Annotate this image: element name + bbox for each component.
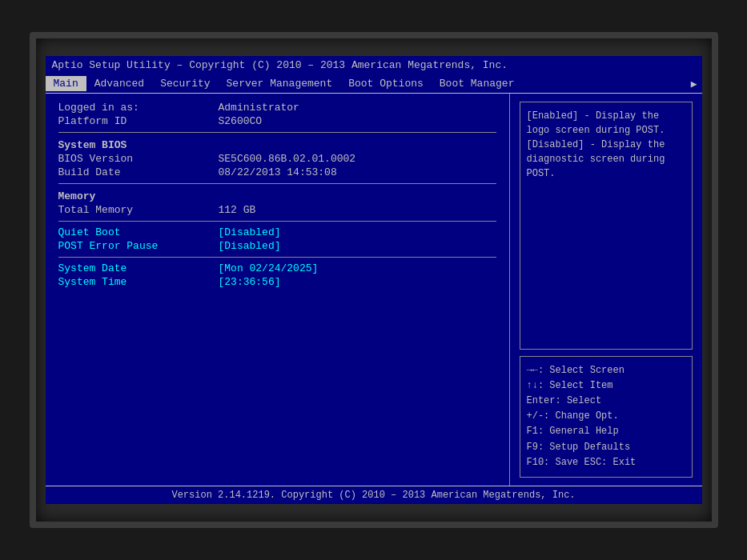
system-date-label: System Date [58, 262, 219, 274]
post-error-row[interactable]: POST Error Pause [Disabled] [58, 240, 496, 252]
build-date-value: 08/22/2013 14:53:08 [219, 166, 337, 178]
key-enter: Enter: Select [527, 394, 685, 409]
divider-2 [58, 183, 496, 184]
footer-bar: Version 2.14.1219. Copyright (C) 2010 – … [46, 486, 702, 504]
key-change-opt: +/-: Change Opt. [527, 409, 685, 424]
quiet-boot-label: Quiet Boot [58, 226, 219, 238]
total-memory-value: 112 GB [219, 204, 256, 216]
bios-version-row: BIOS Version SE5C600.86B.02.01.0002 [58, 153, 496, 165]
title-bar: Aptio Setup Utility – Copyright (C) 2010… [46, 56, 702, 74]
total-memory-label: Total Memory [58, 204, 219, 216]
key-general-help: F1: General Help [527, 424, 685, 439]
bios-version-value: SE5C600.86B.02.01.0002 [219, 153, 356, 165]
bios-version-label: BIOS Version [58, 153, 219, 165]
bios-screen: Aptio Setup Utility – Copyright (C) 2010… [46, 56, 702, 504]
keys-box: →←: Select Screen ↑↓: Select Item Enter:… [520, 356, 693, 478]
menu-arrow-icon: ▶ [691, 78, 702, 90]
logged-in-label: Logged in as: [58, 102, 219, 114]
system-time-row[interactable]: System Time [23:36:56] [58, 276, 496, 288]
quiet-boot-row[interactable]: Quiet Boot [Disabled] [58, 226, 496, 238]
right-panel: [Enabled] - Display the logo screen duri… [510, 94, 702, 486]
quiet-boot-value: [Disabled] [219, 226, 281, 238]
memory-title: Memory [58, 190, 496, 202]
build-date-label: Build Date [58, 166, 219, 178]
menu-item-server-management[interactable]: Server Management [219, 76, 341, 91]
logged-in-row: Logged in as: Administrator [58, 102, 496, 114]
divider-3 [58, 221, 496, 222]
key-setup-defaults: F9: Setup Defaults [527, 440, 685, 455]
platform-id-row: Platform ID S2600CO [58, 115, 496, 127]
main-panel: Logged in as: Administrator Platform ID … [46, 94, 510, 486]
platform-id-label: Platform ID [58, 115, 219, 127]
system-date-row[interactable]: System Date [Mon 02/24/2025] [58, 262, 496, 274]
system-date-value: [Mon 02/24/2025] [219, 262, 319, 274]
content-area: Logged in as: Administrator Platform ID … [46, 94, 702, 486]
divider-4 [58, 257, 496, 258]
divider-1 [58, 132, 496, 133]
monitor-bezel: Aptio Setup Utility – Copyright (C) 2010… [30, 32, 718, 528]
menu-item-boot-options[interactable]: Boot Options [340, 76, 432, 91]
menu-bar: Main Advanced Security Server Management… [46, 74, 702, 94]
system-time-label: System Time [58, 276, 219, 288]
menu-item-main[interactable]: Main [46, 76, 86, 91]
post-error-label: POST Error Pause [58, 240, 219, 252]
key-select-screen: →←: Select Screen [527, 363, 685, 378]
menu-item-advanced[interactable]: Advanced [86, 76, 152, 91]
menu-item-security[interactable]: Security [152, 76, 218, 91]
total-memory-row: Total Memory 112 GB [58, 204, 496, 216]
help-text: [Enabled] - Display the logo screen duri… [527, 110, 665, 179]
title-text: Aptio Setup Utility – Copyright (C) 2010… [52, 59, 508, 71]
post-error-value: [Disabled] [219, 240, 281, 252]
build-date-row: Build Date 08/22/2013 14:53:08 [58, 166, 496, 178]
logged-in-value: Administrator [219, 102, 299, 114]
menu-item-boot-manager[interactable]: Boot Manager [432, 76, 523, 91]
system-time-value: [23:36:56] [219, 276, 281, 288]
key-select-item: ↑↓: Select Item [527, 378, 685, 394]
help-text-box: [Enabled] - Display the logo screen duri… [520, 102, 693, 350]
system-bios-title: System BIOS [58, 139, 496, 151]
footer-text: Version 2.14.1219. Copyright (C) 2010 – … [171, 490, 575, 501]
platform-id-value: S2600CO [219, 115, 263, 127]
key-save-exit: F10: Save ESC: Exit [527, 455, 685, 470]
